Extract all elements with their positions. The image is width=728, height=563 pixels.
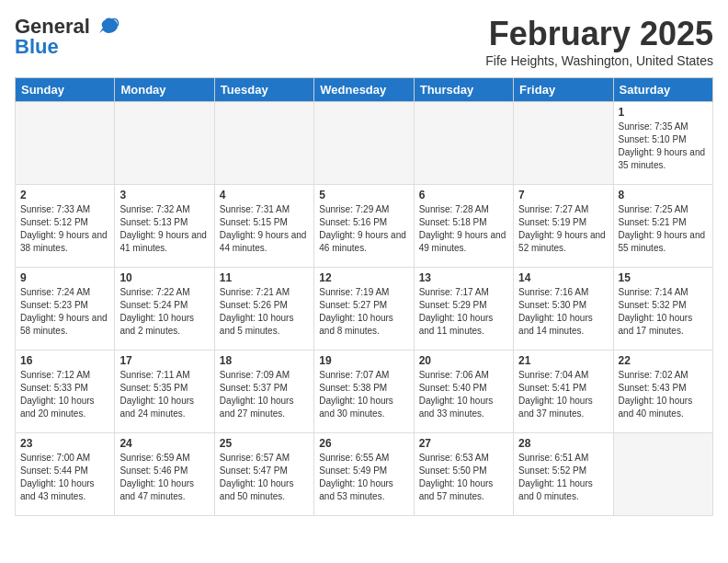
day-number: 3 bbox=[119, 189, 209, 201]
calendar-cell bbox=[115, 102, 214, 185]
day-number: 9 bbox=[20, 271, 109, 284]
day-info: Sunrise: 6:53 AM Sunset: 5:50 PM Dayligh… bbox=[419, 452, 508, 503]
day-number: 10 bbox=[119, 271, 209, 284]
weekday-header: Thursday bbox=[414, 78, 513, 102]
day-info: Sunrise: 6:51 AM Sunset: 5:52 PM Dayligh… bbox=[518, 452, 608, 503]
calendar-cell: 22Sunrise: 7:02 AM Sunset: 5:43 PM Dayli… bbox=[613, 350, 712, 433]
calendar-week-row: 16Sunrise: 7:12 AM Sunset: 5:33 PM Dayli… bbox=[16, 350, 713, 433]
day-info: Sunrise: 7:17 AM Sunset: 5:29 PM Dayligh… bbox=[419, 286, 508, 338]
logo: General Blue bbox=[15, 15, 119, 59]
calendar-cell: 11Sunrise: 7:21 AM Sunset: 5:26 PM Dayli… bbox=[214, 268, 313, 350]
calendar-cell: 14Sunrise: 7:16 AM Sunset: 5:30 PM Dayli… bbox=[514, 268, 613, 350]
day-number: 2 bbox=[20, 189, 109, 201]
day-info: Sunrise: 7:04 AM Sunset: 5:41 PM Dayligh… bbox=[518, 369, 608, 420]
day-info: Sunrise: 7:31 AM Sunset: 5:15 PM Dayligh… bbox=[220, 203, 309, 255]
day-number: 22 bbox=[619, 354, 708, 367]
day-info: Sunrise: 6:59 AM Sunset: 5:46 PM Dayligh… bbox=[119, 452, 209, 503]
day-number: 14 bbox=[518, 271, 608, 284]
calendar-cell: 27Sunrise: 6:53 AM Sunset: 5:50 PM Dayli… bbox=[414, 433, 513, 516]
day-info: Sunrise: 7:22 AM Sunset: 5:24 PM Dayligh… bbox=[119, 286, 209, 338]
calendar-cell: 15Sunrise: 7:14 AM Sunset: 5:32 PM Dayli… bbox=[613, 268, 712, 350]
day-number: 23 bbox=[20, 437, 109, 450]
weekday-header: Monday bbox=[115, 78, 214, 102]
day-number: 13 bbox=[419, 271, 508, 284]
weekday-header: Friday bbox=[514, 78, 613, 102]
day-info: Sunrise: 7:24 AM Sunset: 5:23 PM Dayligh… bbox=[20, 286, 109, 338]
day-number: 18 bbox=[220, 354, 309, 367]
day-info: Sunrise: 7:12 AM Sunset: 5:33 PM Dayligh… bbox=[20, 369, 109, 420]
day-number: 17 bbox=[119, 354, 209, 367]
day-number: 21 bbox=[518, 354, 608, 367]
day-number: 27 bbox=[419, 437, 508, 450]
day-number: 5 bbox=[319, 189, 408, 201]
calendar-cell: 6Sunrise: 7:28 AM Sunset: 5:18 PM Daylig… bbox=[414, 185, 513, 268]
calendar-cell: 26Sunrise: 6:55 AM Sunset: 5:49 PM Dayli… bbox=[314, 433, 414, 516]
day-info: Sunrise: 7:06 AM Sunset: 5:40 PM Dayligh… bbox=[419, 369, 508, 420]
day-info: Sunrise: 7:09 AM Sunset: 5:37 PM Dayligh… bbox=[220, 369, 309, 420]
calendar-cell: 25Sunrise: 6:57 AM Sunset: 5:47 PM Dayli… bbox=[214, 433, 313, 516]
calendar-header-row: SundayMondayTuesdayWednesdayThursdayFrid… bbox=[16, 78, 713, 102]
calendar-cell: 16Sunrise: 7:12 AM Sunset: 5:33 PM Dayli… bbox=[16, 350, 115, 433]
calendar-cell: 17Sunrise: 7:11 AM Sunset: 5:35 PM Dayli… bbox=[115, 350, 214, 433]
day-number: 11 bbox=[220, 271, 309, 284]
calendar-cell: 12Sunrise: 7:19 AM Sunset: 5:27 PM Dayli… bbox=[314, 268, 414, 350]
weekday-header: Sunday bbox=[16, 78, 115, 102]
calendar-cell: 24Sunrise: 6:59 AM Sunset: 5:46 PM Dayli… bbox=[115, 433, 214, 516]
calendar-cell: 28Sunrise: 6:51 AM Sunset: 5:52 PM Dayli… bbox=[514, 433, 613, 516]
calendar-week-row: 1Sunrise: 7:35 AM Sunset: 5:10 PM Daylig… bbox=[16, 102, 713, 185]
calendar-cell bbox=[16, 102, 115, 185]
calendar-week-row: 23Sunrise: 7:00 AM Sunset: 5:44 PM Dayli… bbox=[16, 433, 713, 516]
day-info: Sunrise: 7:33 AM Sunset: 5:12 PM Dayligh… bbox=[20, 203, 109, 255]
location-text: Fife Heights, Washington, United States bbox=[485, 53, 713, 68]
day-info: Sunrise: 7:02 AM Sunset: 5:43 PM Dayligh… bbox=[619, 369, 708, 420]
day-number: 16 bbox=[20, 354, 109, 367]
calendar-cell: 18Sunrise: 7:09 AM Sunset: 5:37 PM Dayli… bbox=[214, 350, 313, 433]
day-number: 1 bbox=[619, 106, 708, 119]
calendar-cell: 1Sunrise: 7:35 AM Sunset: 5:10 PM Daylig… bbox=[613, 102, 712, 185]
calendar-cell: 23Sunrise: 7:00 AM Sunset: 5:44 PM Dayli… bbox=[16, 433, 115, 516]
calendar-cell: 4Sunrise: 7:31 AM Sunset: 5:15 PM Daylig… bbox=[214, 185, 313, 268]
day-info: Sunrise: 7:29 AM Sunset: 5:16 PM Dayligh… bbox=[319, 203, 408, 255]
logo-bird-icon bbox=[94, 17, 119, 37]
calendar-cell bbox=[414, 102, 513, 185]
day-number: 19 bbox=[319, 354, 408, 367]
calendar-cell: 7Sunrise: 7:27 AM Sunset: 5:19 PM Daylig… bbox=[514, 185, 613, 268]
day-number: 15 bbox=[619, 271, 708, 284]
day-number: 4 bbox=[220, 189, 309, 201]
month-title: February 2025 bbox=[485, 15, 713, 53]
weekday-header: Saturday bbox=[613, 78, 712, 102]
calendar-cell: 2Sunrise: 7:33 AM Sunset: 5:12 PM Daylig… bbox=[16, 185, 115, 268]
calendar-cell: 10Sunrise: 7:22 AM Sunset: 5:24 PM Dayli… bbox=[115, 268, 214, 350]
calendar-week-row: 9Sunrise: 7:24 AM Sunset: 5:23 PM Daylig… bbox=[16, 268, 713, 350]
day-number: 6 bbox=[419, 189, 508, 201]
calendar-table: SundayMondayTuesdayWednesdayThursdayFrid… bbox=[15, 77, 713, 516]
calendar-cell bbox=[514, 102, 613, 185]
day-number: 20 bbox=[419, 354, 508, 367]
page-header: General Blue February 2025 Fife Heights,… bbox=[15, 15, 713, 68]
day-info: Sunrise: 6:55 AM Sunset: 5:49 PM Dayligh… bbox=[319, 452, 408, 503]
calendar-cell: 19Sunrise: 7:07 AM Sunset: 5:38 PM Dayli… bbox=[314, 350, 414, 433]
calendar-cell: 20Sunrise: 7:06 AM Sunset: 5:40 PM Dayli… bbox=[414, 350, 513, 433]
day-info: Sunrise: 7:07 AM Sunset: 5:38 PM Dayligh… bbox=[319, 369, 408, 420]
day-number: 28 bbox=[518, 437, 608, 450]
weekday-header: Wednesday bbox=[314, 78, 414, 102]
day-info: Sunrise: 7:28 AM Sunset: 5:18 PM Dayligh… bbox=[419, 203, 508, 255]
day-number: 24 bbox=[119, 437, 209, 450]
day-info: Sunrise: 7:00 AM Sunset: 5:44 PM Dayligh… bbox=[20, 452, 109, 503]
day-info: Sunrise: 7:35 AM Sunset: 5:10 PM Dayligh… bbox=[619, 121, 708, 172]
day-number: 8 bbox=[619, 189, 708, 201]
weekday-header: Tuesday bbox=[214, 78, 313, 102]
day-info: Sunrise: 6:57 AM Sunset: 5:47 PM Dayligh… bbox=[220, 452, 309, 503]
day-info: Sunrise: 7:14 AM Sunset: 5:32 PM Dayligh… bbox=[619, 286, 708, 338]
calendar-cell: 8Sunrise: 7:25 AM Sunset: 5:21 PM Daylig… bbox=[613, 185, 712, 268]
calendar-cell: 3Sunrise: 7:32 AM Sunset: 5:13 PM Daylig… bbox=[115, 185, 214, 268]
day-number: 25 bbox=[220, 437, 309, 450]
day-info: Sunrise: 7:27 AM Sunset: 5:19 PM Dayligh… bbox=[518, 203, 608, 255]
day-number: 26 bbox=[319, 437, 408, 450]
day-info: Sunrise: 7:16 AM Sunset: 5:30 PM Dayligh… bbox=[518, 286, 608, 338]
calendar-cell bbox=[214, 102, 313, 185]
day-info: Sunrise: 7:19 AM Sunset: 5:27 PM Dayligh… bbox=[319, 286, 408, 338]
calendar-cell bbox=[613, 433, 712, 516]
calendar-cell: 21Sunrise: 7:04 AM Sunset: 5:41 PM Dayli… bbox=[514, 350, 613, 433]
day-info: Sunrise: 7:11 AM Sunset: 5:35 PM Dayligh… bbox=[119, 369, 209, 420]
